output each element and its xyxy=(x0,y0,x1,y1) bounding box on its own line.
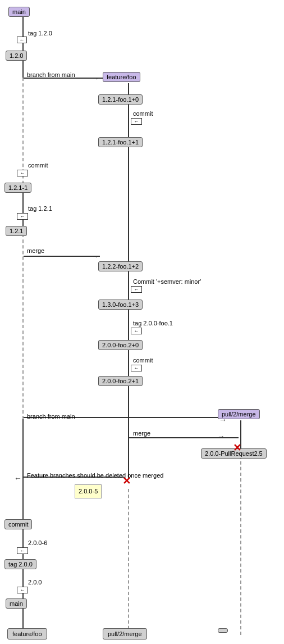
commit-1.2.0: 1.2.0 xyxy=(6,51,27,61)
arrow-left-1: ← xyxy=(14,474,22,483)
commit-1.2.1: 1.2.1 xyxy=(6,226,27,236)
commit-2.0.0-5: commit xyxy=(4,519,32,529)
arrow-box-7: ← xyxy=(131,365,142,371)
arrow-box-2: ← xyxy=(131,118,142,125)
arrow-box-9: ← xyxy=(17,587,28,593)
arrow-box-4: ← xyxy=(17,213,28,220)
pull-2-merge-top-box: pull/2/merge xyxy=(218,409,260,419)
merge-arrow-1-h xyxy=(24,256,100,257)
commit-label-2: commit xyxy=(28,162,48,169)
commit-1.2.2-foo.1+2: 1.2.2-foo.1+2 xyxy=(98,261,143,271)
commit-1.2.1-foo.1+1: 1.2.1-foo.1+1 xyxy=(98,137,143,147)
main-bottom-label: feature/foo xyxy=(7,628,47,640)
git-diagram: main tag 1.2.0 ← 1.2.0 branch from main … xyxy=(0,0,284,644)
feature-lane-3 xyxy=(128,147,129,266)
commit-2.0.0-foo.2+1: 2.0.0-foo.2+1 xyxy=(98,376,143,386)
commit-2.0.0: main xyxy=(6,598,27,609)
arrow-box-8: ← xyxy=(17,547,28,554)
main-lane-3 xyxy=(22,419,24,527)
commit-label-4: 2.0.0-6 xyxy=(28,539,47,546)
arrow-box-5: ← xyxy=(131,286,142,293)
note-text: 2.0.0-5 xyxy=(79,488,98,495)
main-lane-top xyxy=(22,17,24,55)
commit-2.0.0-6: tag 2.0.0 xyxy=(4,559,36,569)
main-lane-dashed-2 xyxy=(22,234,24,419)
x-mark-1: ✕ xyxy=(122,475,131,487)
arrow-box-1: ← xyxy=(17,37,27,43)
feature-lane-4 xyxy=(128,270,129,303)
feature-foo-bottom-label: pull/2/merge xyxy=(103,628,147,640)
pull-2-merge-bottom-label xyxy=(218,628,228,633)
commit-1.2.1-1: 1.2.1-1 xyxy=(4,183,31,193)
tag-2.0.0-label: 2.0.0 xyxy=(28,579,42,586)
tag-2.0.0-foo.1-label: tag 2.0.0-foo.1 xyxy=(133,320,173,326)
commit-label-3: commit xyxy=(133,357,153,364)
feature-lane-7 xyxy=(128,385,129,478)
feature-lane-dashed xyxy=(128,489,129,635)
note-box: 2.0.0-5 xyxy=(75,484,102,498)
merge-label-2: merge xyxy=(133,430,150,437)
commit-1.3.0-foo.1+3: 1.3.0-foo.1+3 xyxy=(98,300,143,310)
arrow-box-6: ← xyxy=(131,328,142,334)
feature-foo-top-box: feature/foo xyxy=(103,72,140,82)
main-lane-1 xyxy=(22,61,24,78)
commit-2.0.0-foo.2+0: 2.0.0-foo.2+0 xyxy=(98,340,143,350)
tag-1.2.0-label: tag 1.2.0 xyxy=(28,30,52,37)
arrow-box-3: ← xyxy=(17,170,28,176)
merge-label-3: Feature branches should be deleted once … xyxy=(27,472,163,479)
arrow-right-4: → xyxy=(217,432,225,441)
x-mark-2: ✕ xyxy=(233,442,241,454)
branch-from-main-1-label: branch from main xyxy=(27,71,75,78)
commit-1.2.1-foo.1+0: 1.2.1-foo.1+0 xyxy=(98,94,143,105)
tag-1.2.1-label: tag 1.2.1 xyxy=(28,205,52,212)
merge-label-1: merge xyxy=(27,247,44,254)
main-top-box: main xyxy=(8,7,30,17)
branch-from-main-2-label: branch from main xyxy=(27,413,75,420)
arrow-right-2: → xyxy=(91,252,99,261)
arrow-right-1: → xyxy=(91,74,99,83)
commit-semver-label: Commit '+semver: minor' xyxy=(133,278,201,285)
commit-label-1: commit xyxy=(133,110,153,117)
